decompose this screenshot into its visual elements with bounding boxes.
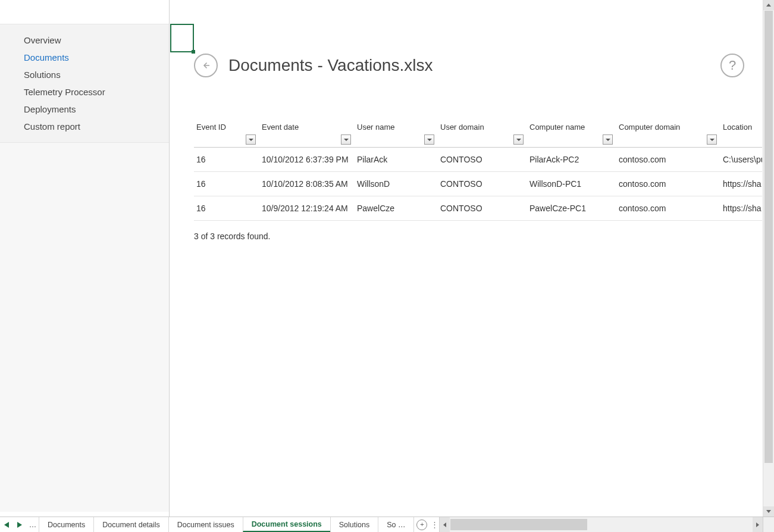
sidebar-item-telemetry-processor[interactable]: Telemetry Processor xyxy=(0,83,169,101)
add-sheet-button[interactable]: + xyxy=(414,517,430,532)
scroll-up-arrow-icon[interactable] xyxy=(763,0,774,10)
cell-computer-domain: contoso.com xyxy=(616,172,720,196)
sidebar-item-custom-report[interactable]: Custom report xyxy=(0,118,169,135)
col-header-user-name[interactable]: User name xyxy=(355,119,438,148)
vertical-scrollbar[interactable] xyxy=(763,0,774,517)
sidebar: Overview Documents Solutions Telemetry P… xyxy=(0,0,170,517)
sheet-tab-solutions[interactable]: Solutions xyxy=(330,517,378,532)
main-content: Documents - Vacations.xlsx ? Event ID Ev… xyxy=(170,0,762,517)
col-header-label: Event date xyxy=(262,123,299,132)
filter-dropdown-icon[interactable] xyxy=(246,134,256,145)
cell-event-id: 16 xyxy=(194,196,259,221)
page-header: Documents - Vacations.xlsx ? xyxy=(194,54,744,77)
col-header-location[interactable]: Location xyxy=(720,119,762,148)
help-button[interactable]: ? xyxy=(720,54,744,77)
sheet-nav-prev[interactable] xyxy=(0,517,13,532)
table-row[interactable]: 16 10/9/2012 12:19:24 AM PawelCze CONTOS… xyxy=(194,196,762,221)
cell-user-domain: CONTOSO xyxy=(438,148,527,172)
cell-location: https://sha xyxy=(720,196,762,221)
sheet-tab-document-sessions[interactable]: Document sessions xyxy=(243,517,331,532)
sidebar-item-deployments[interactable]: Deployments xyxy=(0,101,169,118)
sheet-nav-next[interactable] xyxy=(13,517,26,532)
col-header-label: Computer domain xyxy=(619,123,680,132)
vertical-scroll-thumb[interactable] xyxy=(764,11,773,463)
sheet-tab-documents[interactable]: Documents xyxy=(39,517,94,532)
ellipsis-icon: … xyxy=(29,521,37,529)
svg-marker-2 xyxy=(17,522,22,528)
sidebar-item-solutions[interactable]: Solutions xyxy=(0,66,169,83)
records-found-label: 3 of 3 records found. xyxy=(194,231,762,241)
sidebar-item-overview[interactable]: Overview xyxy=(0,32,169,49)
filter-dropdown-icon[interactable] xyxy=(513,134,524,145)
spreadsheet-cell-cursor[interactable] xyxy=(170,24,194,52)
filter-dropdown-icon[interactable] xyxy=(341,134,351,145)
cell-user-name: PilarAck xyxy=(355,148,438,172)
cell-user-name: PawelCze xyxy=(355,196,438,221)
cell-computer-domain: contoso.com xyxy=(616,148,720,172)
cell-user-domain: CONTOSO xyxy=(438,172,527,196)
sheet-tab-overflow[interactable]: So … xyxy=(378,517,414,532)
cell-event-date: 10/10/2012 8:08:35 AM xyxy=(259,172,355,196)
scroll-left-arrow-icon[interactable] xyxy=(440,517,450,532)
sheet-nav-more[interactable]: … xyxy=(26,517,39,532)
col-header-label: Computer name xyxy=(529,123,585,132)
filter-dropdown-icon[interactable] xyxy=(707,134,717,145)
horizontal-scrollbar[interactable] xyxy=(439,517,763,532)
sidebar-nav: Overview Documents Solutions Telemetry P… xyxy=(0,24,169,143)
sidebar-filler xyxy=(0,143,169,512)
scroll-right-arrow-icon[interactable] xyxy=(753,517,763,532)
col-header-computer-domain[interactable]: Computer domain xyxy=(616,119,720,148)
triangle-right-icon xyxy=(17,522,22,528)
page-title: Documents - Vacations.xlsx xyxy=(228,56,720,75)
col-header-label: Event ID xyxy=(196,123,226,132)
cell-computer-domain: contoso.com xyxy=(616,196,720,221)
back-button[interactable] xyxy=(194,54,218,77)
cell-location: https://sha xyxy=(720,172,762,196)
cell-user-name: WillsonD xyxy=(355,172,438,196)
col-header-event-date[interactable]: Event date xyxy=(259,119,355,148)
plus-icon: + xyxy=(416,520,427,530)
cell-event-id: 16 xyxy=(194,148,259,172)
cell-event-date: 10/10/2012 6:37:39 PM xyxy=(259,148,355,172)
sheet-tab-document-issues[interactable]: Document issues xyxy=(168,517,243,532)
cell-user-domain: CONTOSO xyxy=(438,196,527,221)
sheet-tab-document-details[interactable]: Document details xyxy=(93,517,169,532)
cell-event-id: 16 xyxy=(194,172,259,196)
sheet-options[interactable]: ⋮ xyxy=(430,517,439,532)
col-header-computer-name[interactable]: Computer name xyxy=(527,119,616,148)
cell-computer-name: PawelCze-PC1 xyxy=(527,196,616,221)
question-icon: ? xyxy=(729,58,736,73)
cell-computer-name: WillsonD-PC1 xyxy=(527,172,616,196)
cell-computer-name: PilarAck-PC2 xyxy=(527,148,616,172)
sidebar-header-blank xyxy=(0,0,169,24)
triangle-left-icon xyxy=(4,522,9,528)
data-table: Event ID Event date User name User domai… xyxy=(194,119,762,241)
table-row[interactable]: 16 10/10/2012 8:08:35 AM WillsonD CONTOS… xyxy=(194,172,762,196)
svg-marker-1 xyxy=(4,522,9,528)
sheet-tab-strip: … Documents Document details Document is… xyxy=(0,517,774,532)
filter-dropdown-icon[interactable] xyxy=(603,134,613,145)
col-header-label: Location xyxy=(723,123,752,132)
cell-event-date: 10/9/2012 12:19:24 AM xyxy=(259,196,355,221)
col-header-label: User domain xyxy=(440,123,484,132)
horizontal-scroll-thumb[interactable] xyxy=(450,519,587,530)
sidebar-item-documents[interactable]: Documents xyxy=(0,49,169,66)
scrollbar-corner xyxy=(763,517,774,532)
table-header-row: Event ID Event date User name User domai… xyxy=(194,119,762,148)
scroll-down-arrow-icon[interactable] xyxy=(763,506,774,517)
filter-dropdown-icon[interactable] xyxy=(424,134,434,145)
table-row[interactable]: 16 10/10/2012 6:37:39 PM PilarAck CONTOS… xyxy=(194,148,762,172)
arrow-left-icon xyxy=(200,60,211,71)
col-header-user-domain[interactable]: User domain xyxy=(438,119,527,148)
col-header-event-id[interactable]: Event ID xyxy=(194,119,259,148)
cell-location: C:\users\pu xyxy=(720,148,762,172)
col-header-label: User name xyxy=(357,123,395,132)
vertical-dots-icon: ⋮ xyxy=(431,520,438,529)
